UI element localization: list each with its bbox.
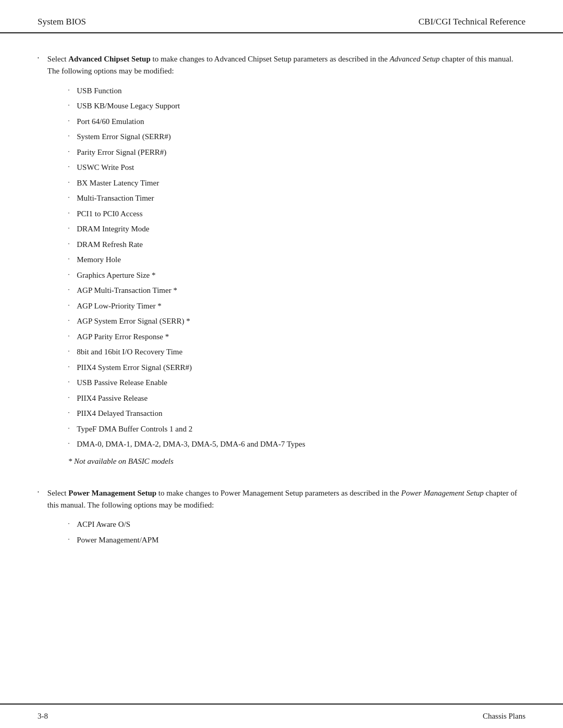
sub-item-usb-passive: USB Passive Release Enable [77, 377, 167, 389]
sub-item-piix4-passive: PIIX4 Passive Release [77, 392, 148, 404]
sub-item-parity-error: Parity Error Signal (PERR#) [77, 146, 166, 158]
sub-item-agp-multi: AGP Multi-Transaction Timer * [77, 285, 177, 297]
text-power-to-make: to make changes to Power Management Setu… [156, 489, 401, 497]
sub-bullet-dot: • [68, 103, 69, 108]
sub-item-multi-transaction: Multi-Transaction Timer [77, 192, 154, 204]
sub-bullet-dot: • [68, 272, 69, 278]
list-item: • Multi-Transaction Timer [68, 192, 525, 204]
sub-bullet-dot: • [68, 118, 69, 124]
list-item: • USB KB/Mouse Legacy Support [68, 100, 525, 112]
list-item: • Memory Hole [68, 254, 525, 266]
sub-bullet-dot: • [68, 195, 69, 201]
text-bold-power-management: Power Management Setup [68, 489, 156, 497]
basic-models-note: * Not available on BASIC models [68, 455, 525, 467]
header-right: CBI/CGI Technical Reference [419, 17, 525, 27]
list-item: • ACPI Aware O/S [68, 519, 525, 530]
list-item: • DRAM Integrity Mode [68, 223, 525, 235]
list-item: • PCI1 to PCI0 Access [68, 208, 525, 220]
sub-bullet-dot: • [68, 164, 69, 170]
list-item: • BX Master Latency Timer [68, 177, 525, 189]
sub-bullet-dot: • [68, 88, 69, 93]
sub-bullet-dot: • [68, 133, 69, 139]
text-to-make: to make changes to Advanced Chipset Setu… [151, 55, 390, 63]
list-item: • PIIX4 System Error Signal (SERR#) [68, 362, 525, 374]
sub-item-usb-kb-mouse: USB KB/Mouse Legacy Support [77, 100, 180, 112]
sub-bullet-dot: • [68, 379, 69, 385]
sub-item-dram-refresh: DRAM Refresh Rate [77, 239, 143, 251]
bullet-dot: • [38, 490, 39, 495]
main-bullet-advanced-chipset: • Select Advanced Chipset Setup to make … [38, 53, 525, 476]
list-item: • Power Management/APM [68, 534, 525, 546]
list-item: • USB Passive Release Enable [68, 377, 525, 389]
list-item: • Port 64/60 Emulation [68, 116, 525, 128]
bullet-dot: • [38, 56, 39, 60]
sub-bullet-dot: • [68, 537, 69, 542]
sub-bullet-dot: • [68, 334, 69, 339]
list-item: • AGP System Error Signal (SERR) * [68, 315, 525, 327]
text-select-power: Select [47, 489, 68, 497]
list-item: • Graphics Aperture Size * [68, 269, 525, 281]
sub-item-pci1-pci0: PCI1 to PCI0 Access [77, 208, 142, 220]
page-content: • Select Advanced Chipset Setup to make … [0, 48, 563, 592]
sub-item-bx-master: BX Master Latency Timer [77, 177, 159, 189]
sub-item-memory-hole: Memory Hole [77, 254, 121, 266]
page: System BIOS CBI/CGI Technical Reference … [0, 0, 563, 728]
main-bullet-power-management: • Select Power Management Setup to make … [38, 487, 525, 550]
list-item: • DMA-0, DMA-1, DMA-2, DMA-3, DMA-5, DMA… [68, 438, 525, 450]
main-bullet-text-power: Select Power Management Setup to make ch… [47, 487, 525, 550]
sub-bullet-dot: • [68, 521, 69, 527]
sub-item-agp-parity: AGP Parity Error Response * [77, 331, 169, 343]
list-item: • PIIX4 Passive Release [68, 392, 525, 404]
footer-section: Chassis Plans [483, 712, 525, 721]
page-header: System BIOS CBI/CGI Technical Reference [0, 0, 563, 33]
text-bold-advanced-chipset: Advanced Chipset Setup [68, 55, 151, 63]
sub-bullet-dot: • [68, 287, 69, 293]
text-italic-advanced-setup: Advanced Setup [389, 55, 439, 63]
sub-item-dram-integrity: DRAM Integrity Mode [77, 223, 149, 235]
text-select: Select [47, 55, 68, 63]
sub-item-usb-function: USB Function [77, 85, 121, 97]
sub-item-system-error: System Error Signal (SERR#) [77, 131, 170, 143]
sub-bullet-dot: • [68, 226, 69, 231]
sub-bullet-dot: • [68, 395, 69, 401]
text-italic-power-management: Power Management Setup [401, 489, 484, 497]
sub-bullet-dot: • [68, 180, 69, 186]
list-item: • TypeF DMA Buffer Controls 1 and 2 [68, 423, 525, 435]
sub-item-port-6460: Port 64/60 Emulation [77, 116, 144, 128]
main-bullet-text: Select Advanced Chipset Setup to make ch… [47, 53, 525, 476]
list-item: • Parity Error Signal (PERR#) [68, 146, 525, 158]
footer-page-number: 3-8 [38, 712, 48, 721]
sub-bullet-dot: • [68, 349, 69, 354]
list-item: • AGP Multi-Transaction Timer * [68, 285, 525, 297]
sub-item-agp-system-error: AGP System Error Signal (SERR) * [77, 315, 190, 327]
sub-bullet-dot: • [68, 441, 69, 447]
sub-bullet-dot: • [68, 410, 69, 416]
sub-item-8bit-16bit: 8bit and 16bit I/O Recovery Time [77, 346, 182, 358]
sub-item-dma-types: DMA-0, DMA-1, DMA-2, DMA-3, DMA-5, DMA-6… [77, 438, 305, 450]
header-left: System BIOS [38, 17, 86, 27]
sub-bullet-dot: • [68, 318, 69, 324]
sub-bullet-dot: • [68, 364, 69, 370]
sub-item-typef-dma: TypeF DMA Buffer Controls 1 and 2 [77, 423, 192, 435]
list-item: • USWC Write Post [68, 162, 525, 174]
advanced-chipset-sub-list: • USB Function • USB KB/Mouse Legacy Sup… [68, 85, 525, 450]
list-item: • AGP Parity Error Response * [68, 331, 525, 343]
sub-bullet-dot: • [68, 256, 69, 262]
sub-item-power-management-apm: Power Management/APM [77, 534, 158, 546]
sub-item-agp-low-priority: AGP Low-Priority Timer * [77, 300, 161, 312]
power-management-sub-list: • ACPI Aware O/S • Power Management/APM [68, 519, 525, 546]
sub-item-graphics-aperture: Graphics Aperture Size * [77, 269, 155, 281]
list-item: • DRAM Refresh Rate [68, 239, 525, 251]
list-item: • System Error Signal (SERR#) [68, 131, 525, 143]
sub-item-acpi: ACPI Aware O/S [77, 519, 130, 530]
page-footer: 3-8 Chassis Plans [0, 704, 563, 728]
list-item: • USB Function [68, 85, 525, 97]
sub-item-uswc: USWC Write Post [77, 162, 134, 174]
sub-bullet-dot: • [68, 211, 69, 216]
sub-bullet-dot: • [68, 426, 69, 431]
sub-item-piix4-delayed: PIIX4 Delayed Transaction [77, 408, 162, 419]
list-item: • 8bit and 16bit I/O Recovery Time [68, 346, 525, 358]
sub-item-piix4-system-error: PIIX4 System Error Signal (SERR#) [77, 362, 192, 374]
sub-bullet-dot: • [68, 241, 69, 247]
sub-bullet-dot: • [68, 303, 69, 309]
